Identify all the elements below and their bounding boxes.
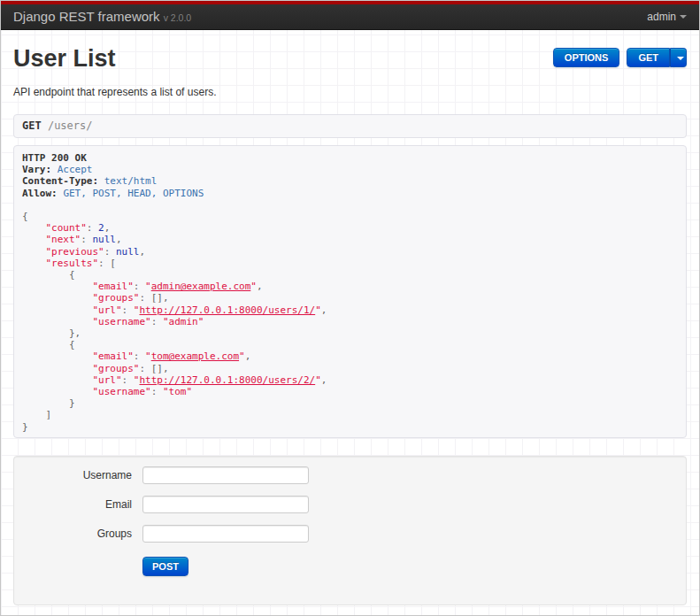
user-dropdown-label: admin — [647, 11, 676, 23]
brand-version: v 2.0.0 — [164, 12, 192, 23]
brand-link[interactable]: Django REST frameworkv 2.0.0 — [13, 4, 191, 31]
username-label: Username — [27, 469, 132, 481]
get-button[interactable]: GET — [627, 48, 670, 67]
heading-row: User List OPTIONS GET — [13, 30, 687, 72]
get-dropdown-toggle[interactable] — [670, 48, 687, 67]
brand-title: Django REST framework — [13, 9, 160, 24]
request-line: GET /users/ — [13, 114, 687, 138]
groups-label: Groups — [27, 527, 132, 540]
email-label: Email — [27, 498, 132, 511]
request-path: /users/ — [48, 119, 93, 132]
endpoint-description: API endpoint that represents a list of u… — [13, 86, 687, 98]
username-field-row: Username — [27, 466, 673, 484]
options-button[interactable]: OPTIONS — [553, 48, 620, 67]
chevron-down-icon — [680, 15, 687, 19]
response-panel: HTTP 200 OK Vary: Accept Content-Type: t… — [13, 145, 687, 438]
response-body: HTTP 200 OK Vary: Accept Content-Type: t… — [22, 152, 678, 433]
post-form: Username Email Groups POST — [13, 456, 687, 605]
url-link[interactable]: http://127.0.0.1:8000/users/1/ — [139, 304, 315, 316]
main-content: User List OPTIONS GET API endpoint that … — [1, 30, 699, 605]
email-link[interactable]: tom@example.com — [151, 350, 239, 362]
page-title: User List — [13, 45, 116, 72]
username-input[interactable] — [142, 466, 309, 484]
groups-field-row: Groups — [27, 525, 673, 543]
post-button[interactable]: POST — [142, 557, 188, 576]
method-buttons: OPTIONS GET — [553, 48, 687, 67]
groups-input[interactable] — [142, 525, 309, 543]
email-field-row: Email — [27, 496, 673, 513]
request-method: GET — [22, 119, 42, 132]
get-split-button: GET — [627, 48, 687, 67]
url-link[interactable]: http://127.0.0.1:8000/users/2/ — [139, 374, 315, 386]
user-dropdown[interactable]: admin — [647, 4, 687, 30]
chevron-down-icon — [677, 57, 684, 60]
email-link[interactable]: admin@example.com — [151, 281, 251, 292]
navbar: Django REST frameworkv 2.0.0 admin — [1, 4, 699, 30]
browsable-api-page: Django REST frameworkv 2.0.0 admin User … — [0, 0, 700, 616]
email-input[interactable] — [142, 496, 309, 513]
